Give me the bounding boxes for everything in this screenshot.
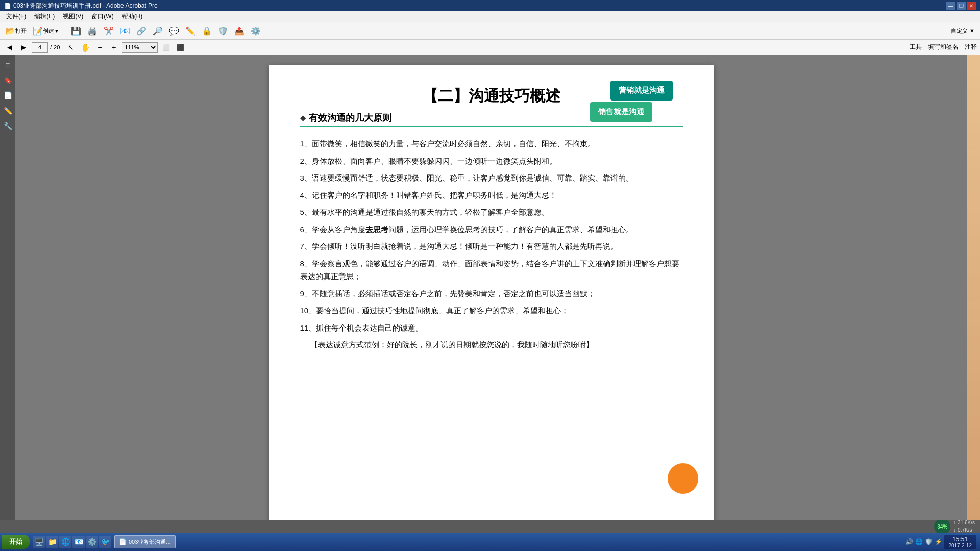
tray-icon-4[interactable]: ⚡ [935, 538, 942, 545]
zoom-out[interactable]: − [93, 42, 106, 53]
menu-edit[interactable]: 编辑(E) [30, 11, 59, 22]
list-item-8: 8、学会察言观色，能够通过客户的语调、动作、面部表情和姿势，结合客户讲的上下文准… [300, 257, 683, 283]
tb-icon-1[interactable]: 💾 [69, 25, 83, 37]
main-area: ≡ 🔖 📄 ✏️ 🔧 【二】沟通技巧概述 营销就是沟通 销售就是沟通 ◆ 有效沟… [0, 55, 980, 520]
nav-toolbar: ◀ ▶ / 20 ↖ ✋ − + 111% 100% 75% 150% ⬜ ⬛ … [0, 40, 980, 55]
create-button[interactable]: 📝 创建 ▼ [31, 25, 61, 37]
left-sidebar: ≡ 🔖 📄 ✏️ 🔧 [0, 55, 15, 520]
sidebar-bookmark-icon[interactable]: 🔖 [2, 74, 13, 86]
tray-icon-1[interactable]: 🔊 [905, 538, 913, 545]
tools-label[interactable]: 工具 [910, 43, 922, 52]
deco-box-1: 营销就是沟通 [610, 81, 673, 101]
bold-text-6: 去思考 [365, 225, 388, 234]
window-title: 003业务部沟通技巧培训手册.pdf - Adobe Acrobat Pro [13, 2, 158, 10]
title-bar-left: 📄 003业务部沟通技巧培训手册.pdf - Adobe Acrobat Pro [4, 2, 158, 10]
deco-box-2: 销售就是沟通 [590, 102, 652, 122]
sidebar-edit-icon[interactable]: ✏️ [2, 105, 13, 116]
system-clock[interactable]: 15:51 2017-2-12 [944, 535, 976, 549]
taskbar-icon-4[interactable]: 📧 [72, 536, 85, 548]
close-button[interactable]: ✕ [967, 2, 976, 10]
tb-icon-4[interactable]: 📧 [118, 25, 132, 37]
list-item-12: 【表达诚意方式范例：好的院长，刚才说的日期就按您说的，我随时随地听您吩咐】 [300, 338, 683, 352]
page-input[interactable] [32, 42, 48, 53]
fill-sign-label[interactable]: 填写和签名 [928, 43, 959, 52]
list-item-4: 4、记住客户的名字和职务！叫错客户姓氏、把客户职务叫低，是沟通大忌！ [300, 189, 683, 202]
taskbar-icon-2[interactable]: 📁 [46, 536, 58, 548]
tb-icon-3[interactable]: ✂️ [102, 25, 116, 37]
content-list: 1、面带微笑，相信微笑的力量，与客户交流时必须自然、亲切，自信、阳光、不拘束。 … [300, 137, 683, 352]
pdf-page: 【二】沟通技巧概述 营销就是沟通 销售就是沟通 ◆ 有效沟通的几大原则 1、面带… [270, 65, 714, 520]
fit-width[interactable]: ⬛ [174, 42, 186, 53]
taskbar-icon-3[interactable]: 🌐 [59, 536, 71, 548]
forward-button[interactable]: ▶ [17, 42, 30, 53]
sidebar-panel-icon[interactable]: ≡ [2, 59, 13, 70]
list-item-10: 10、要恰当提问，通过技巧性地提问彻底、真正了解客户的需求、希望和担心； [300, 304, 683, 317]
title-bar: 📄 003业务部沟通技巧培训手册.pdf - Adobe Acrobat Pro… [0, 0, 980, 11]
tb-icon-6[interactable]: 🔎 [151, 25, 165, 37]
tray-icon-2[interactable]: 🌐 [915, 538, 923, 545]
customize-button[interactable]: 自定义 ▼ [949, 26, 977, 36]
tb-icon-11[interactable]: 📤 [232, 25, 247, 37]
fit-page[interactable]: ⬜ [160, 42, 172, 53]
title-bar-controls: — ❐ ✕ [946, 2, 976, 10]
list-item-1: 1、面带微笑，相信微笑的力量，与客户交流时必须自然、亲切，自信、阳光、不拘束。 [300, 137, 683, 151]
taskbar: 开始 🖥️ 📁 🌐 📧 ⚙️ 🐦 📄 003业务部沟通... 🔊 🌐 🛡️ ⚡ … [0, 533, 980, 551]
select-tool[interactable]: ↖ [65, 42, 77, 53]
zoom-select[interactable]: 111% 100% 75% 150% [122, 42, 158, 53]
list-item-11: 11、抓住每个机会表达自己的诚意。 [300, 321, 683, 335]
taskbar-icon-1[interactable]: 🖥️ [33, 536, 45, 548]
menu-file[interactable]: 文件(F) [2, 11, 30, 22]
sidebar-tools-icon[interactable]: 🔧 [2, 120, 13, 132]
page-separator: / [50, 44, 52, 51]
list-item-3: 3、语速要缓慢而舒适，状态要积极、阳光、稳重，让客户感觉到你是诚信、可靠、踏实、… [300, 171, 683, 185]
pdf-area[interactable]: 【二】沟通技巧概述 营销就是沟通 销售就是沟通 ◆ 有效沟通的几大原则 1、面带… [15, 55, 967, 520]
right-margin [967, 55, 980, 520]
page-total: 20 [54, 44, 60, 51]
start-button[interactable]: 开始 [2, 535, 30, 549]
taskbar-icon-6[interactable]: 🐦 [99, 536, 111, 548]
menu-bar: 文件(F) 编辑(E) 视图(V) 窗口(W) 帮助(H) [0, 11, 980, 22]
tb-icon-8[interactable]: ✏️ [183, 25, 198, 37]
tb-icon-9[interactable]: 🔒 [200, 25, 214, 37]
tray-icon-3[interactable]: 🛡️ [925, 538, 933, 545]
menu-window[interactable]: 窗口(W) [87, 11, 117, 22]
section-title: 有效沟通的几大原则 [309, 112, 391, 124]
tb-icon-10[interactable]: 🛡️ [216, 25, 230, 37]
open-button[interactable]: 📂 打开 [3, 25, 29, 37]
taskbar-icon-5[interactable]: ⚙️ [86, 536, 98, 548]
list-item-6: 6、学会从客户角度去思考问题，运用心理学换位思考的技巧，了解客户的真正需求、希望… [300, 223, 683, 236]
taskbar-active-item[interactable]: 📄 003业务部沟通... [114, 535, 176, 548]
restore-button[interactable]: ❐ [957, 2, 966, 10]
green-divider [300, 126, 683, 127]
tb-icon-12[interactable]: ⚙️ [249, 25, 263, 37]
comment-label[interactable]: 注释 [965, 43, 977, 52]
list-item-5: 5、最有水平的沟通是通过很自然的聊天的方式，轻松了解客户全部意愿。 [300, 206, 683, 219]
list-item-9: 9、不随意插话，必须插话或否定客户之前，先赞美和肯定，否定之前也可以适当幽默； [300, 287, 683, 300]
back-button[interactable]: ◀ [3, 42, 15, 53]
main-toolbar: 📂 打开 📝 创建 ▼ 💾 🖨️ ✂️ 📧 🔗 🔎 💬 ✏️ 🔒 🛡️ 📤 ⚙️… [0, 22, 980, 40]
bottom-status: 34% ↑ 31.6K/s ↓ 0.7K/s [0, 520, 980, 533]
list-item-7: 7、学会倾听！没听明白就抢着说，是沟通大忌！倾听是一种能力！有智慧的人都是先听再… [300, 240, 683, 253]
menu-help[interactable]: 帮助(H) [118, 11, 147, 22]
sidebar-page-icon[interactable]: 📄 [2, 90, 13, 101]
minimize-button[interactable]: — [946, 2, 955, 10]
list-item-2: 2、身体放松、面向客户、眼睛不要躲躲闪闪、一边倾听一边微笑点头附和。 [300, 155, 683, 168]
diamond-icon: ◆ [300, 114, 306, 122]
hand-tool[interactable]: ✋ [79, 42, 91, 53]
orange-circle [668, 463, 698, 494]
tb-icon-2[interactable]: 🖨️ [85, 25, 100, 37]
tb-icon-7[interactable]: 💬 [167, 25, 181, 37]
menu-view[interactable]: 视图(V) [59, 11, 87, 22]
zoom-in[interactable]: + [108, 42, 120, 53]
network-speed: ↑ 31.6K/s ↓ 0.7K/s [953, 519, 975, 534]
tb-icon-5[interactable]: 🔗 [134, 25, 149, 37]
